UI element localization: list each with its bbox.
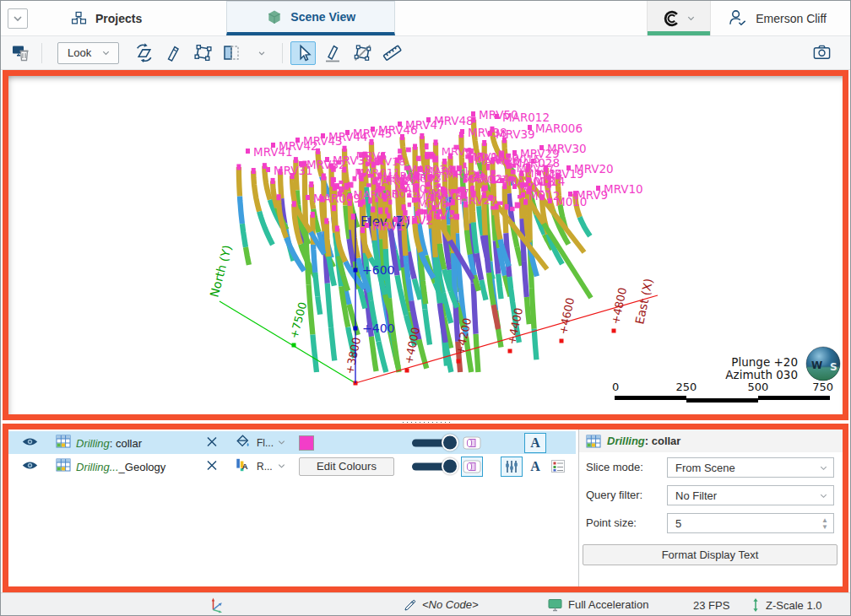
svg-text:Plunge +20: Plunge +20 [731,355,798,369]
layer-name: Drilling: collar [76,436,142,449]
central-green-bar [648,31,710,35]
format-display-text-button[interactable]: Format Display Text [583,544,837,565]
polyline-slicer-tool[interactable] [190,41,215,65]
slice-mode-tool[interactable] [220,41,245,65]
point-size-spinner[interactable]: 5 ▲▼ [667,513,834,533]
slice-mode-label: Slice mode: [586,461,643,473]
flat-colour-swatch[interactable] [299,435,314,451]
svg-text:+600: +600 [362,263,394,277]
chevron-down-icon [11,12,24,25]
acceleration-indicator[interactable]: Full Acceleration [548,598,648,612]
top-bar: Projects Scene View [1,1,850,36]
tab-projects-label: Projects [95,12,142,25]
edit-colours-button[interactable]: Edit Colours [299,457,394,476]
svg-text:A: A [242,461,248,470]
visibility-eye-icon[interactable] [22,435,38,451]
scene-viewport[interactable]: +7500North (Y)+3800+4000+4200+4400+4600+… [3,70,848,420]
panel-splitter[interactable] [1,420,850,424]
query-filter-select[interactable]: No Filter [667,485,834,505]
user-icon [728,8,748,28]
display-mode-chevron[interactable] [277,460,286,473]
tab-projects[interactable]: Projects [53,1,159,35]
spinner-arrows-icon[interactable]: ▲▼ [821,514,828,532]
projects-icon [70,10,88,27]
show-labels-toggle[interactable]: A [524,457,546,477]
user-menu[interactable]: Emerson Cliff [711,1,850,35]
no-code-label: <No Code> [422,598,479,611]
opacity-slider[interactable] [412,439,456,446]
layer-row-collar[interactable]: Drilling: collar Fl... A [8,431,576,454]
slice-mode-select[interactable]: From Scene [667,457,834,478]
status-bar: <No Code> Full Acceleration 23 FPS Z-Sca… [1,592,850,616]
camera-icon [811,43,832,62]
ruler-icon [382,42,403,63]
remove-layer-icon[interactable] [206,435,218,450]
tube-display-toggle[interactable] [461,457,483,477]
shape-list: Drilling: collar Fl... A [8,430,578,586]
svg-text:+400: +400 [362,322,394,335]
scene-3d-canvas[interactable]: +7500North (Y)+3800+4000+4200+4400+4600+… [8,76,843,414]
screenshot-button[interactable] [809,41,834,65]
z-scale-label: Z-Scale 1.0 [766,598,821,611]
scene-axes-button[interactable] [209,597,224,613]
draw-polyline-tool[interactable] [350,41,375,65]
svg-text:S: S [830,361,837,373]
svg-text:MRV1: MRV1 [372,219,404,233]
fps-indicator: 23 FPS [693,598,729,611]
cursor-arrow-icon [294,43,313,62]
central-menu-button[interactable] [647,1,711,35]
query-filter-row: Query filter: No Filter [586,485,834,505]
svg-text:MRV20: MRV20 [574,162,614,176]
ruler-tool[interactable] [379,41,404,65]
rotate-slicer-icon [133,42,154,63]
category-colours-icon: A [235,457,251,476]
gpu-monitor-icon [548,598,563,612]
draw-slicer-line-tool[interactable] [320,41,345,65]
clear-scene-button[interactable] [8,41,34,65]
svg-text:+4600: +4600 [556,296,577,335]
svg-text:+7500: +7500 [287,300,309,339]
collapse-chevron-button[interactable] [8,8,28,29]
interpretation-code-indicator[interactable]: <No Code> [404,598,479,612]
filter-values-toggle[interactable] [501,457,523,477]
chevron-down-icon [257,49,266,57]
tube-display-toggle[interactable] [461,433,483,453]
show-legend-toggle[interactable] [547,457,569,477]
svg-text:MRV30: MRV30 [547,142,587,155]
properties-header: Drilling: collar [579,430,843,452]
slice-mode-row: Slice mode: From Scene [586,457,834,478]
rotate-slicer-tool[interactable] [131,41,156,65]
layer-row-geology[interactable]: Drilling..._Geology A R... Edit Colours [8,455,576,478]
drillhole-table-icon [586,435,601,448]
svg-text:North (Y): North (Y) [207,244,234,299]
visibility-eye-icon[interactable] [22,459,38,474]
flat-colour-bucket-icon [235,434,251,452]
svg-text:+4400: +4400 [505,306,525,345]
z-scale-indicator[interactable]: Z-Scale 1.0 [751,597,821,612]
remove-layer-icon[interactable] [206,459,218,473]
chevron-down-icon [819,486,828,505]
opacity-slider[interactable] [412,462,456,470]
pencil-icon [404,598,417,612]
svg-text:500: 500 [748,381,769,393]
display-mode-chevron[interactable] [277,436,286,449]
select-tool[interactable] [290,41,316,65]
tab-scene-view-label: Scene View [290,10,355,24]
user-name: Emerson Cliff [756,12,827,25]
look-dropdown[interactable]: Look [57,42,119,64]
show-labels-toggle[interactable]: A [524,433,546,453]
draw-slicer-tool[interactable] [160,41,186,65]
scene-toolbar: Look [1,36,850,70]
svg-text:MRV33: MRV33 [333,154,372,167]
point-size-label: Point size: [586,516,637,529]
topbar-spacer [395,1,647,35]
svg-text:+4800: +4800 [609,286,629,325]
z-scale-arrows-icon [751,597,761,612]
svg-text:750: 750 [812,381,833,393]
tab-scene-view[interactable]: Scene View [226,1,395,35]
svg-text:MAR006: MAR006 [535,122,583,135]
slice-mode-chevron[interactable] [249,41,274,65]
svg-text:W: W [811,359,822,371]
xyz-axes-icon [209,597,224,613]
acceleration-label: Full Acceleration [568,598,648,611]
